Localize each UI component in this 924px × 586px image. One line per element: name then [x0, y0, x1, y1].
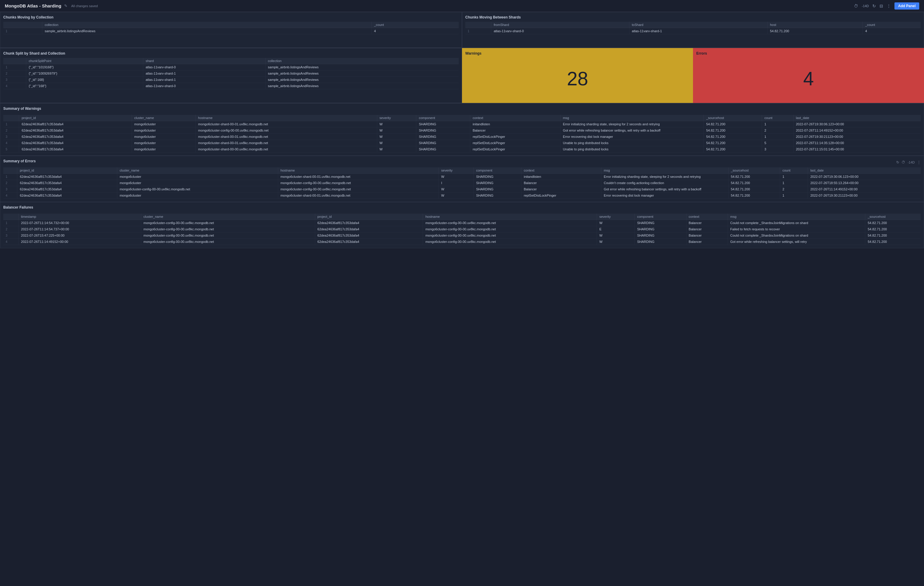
- refresh-icon[interactable]: ↻: [872, 3, 876, 8]
- cell-msg: Got error while refreshing balancer sett…: [601, 186, 728, 193]
- cell-severity: W: [377, 121, 416, 127]
- col-context: context: [521, 167, 601, 174]
- cell-count: 4: [371, 28, 459, 34]
- cell-context: replSetDistLockPinger: [521, 193, 601, 199]
- row-num: 3: [3, 232, 18, 239]
- cell-sourcehost: 54.82.71.200: [704, 121, 762, 127]
- col-count: count: [762, 115, 793, 121]
- summary-warnings-table: project_id cluster_name hostname severit…: [3, 115, 921, 153]
- cell-component: SHARDING: [416, 121, 470, 127]
- time-range[interactable]: -14D: [861, 4, 869, 8]
- col-hostname: hostname: [423, 214, 597, 220]
- col-sourcehost: _sourcehost: [704, 115, 762, 121]
- cell-cluster-name: mongo6cluster: [132, 134, 195, 140]
- col-num: [3, 115, 19, 121]
- cell-hostname: mongo6cluster-config-00-00.uv8kc.mongodb…: [423, 226, 597, 232]
- col-last-date: last_date: [793, 115, 921, 121]
- table-row: 12022-07-26T11:14:54.732+00:00mongo6clus…: [3, 220, 921, 226]
- cell-count: 1: [780, 193, 808, 199]
- col-count: _count: [371, 22, 459, 28]
- balancer-failures-header: Balancer Failures: [3, 205, 921, 212]
- cell-severity: W: [377, 146, 416, 153]
- cell-collection: sample_airbnb.listingsAndReviews: [265, 77, 459, 83]
- more-icon[interactable]: ⋮: [887, 3, 891, 8]
- table-row: 22022-07-26T11:14:54.737+00:00mongo6clus…: [3, 226, 921, 232]
- more-icon[interactable]: ⋮: [917, 160, 921, 165]
- cell-project-id: 62dea24636af817c353dafa4: [19, 140, 132, 146]
- row-num: 1: [3, 28, 42, 34]
- cell-context: replSetDistLockPinger: [470, 134, 560, 140]
- summary-errors-table-wrapper: project_id cluster_name hostname severit…: [3, 167, 921, 199]
- topbar-actions: ⏱ -14D ↻ ⊟ ⋮ Add Panel: [854, 2, 919, 10]
- table-row: 362dea24636af817c353dafa4mongo6cluster-c…: [3, 186, 921, 193]
- clock-icon[interactable]: ⏱: [854, 3, 858, 8]
- balancer-failures-table-wrapper: timestamp cluster_name project_id hostna…: [3, 214, 921, 245]
- table-row: 2{"_id":"100926979"}atlas-11varv-shard-1…: [3, 71, 459, 77]
- cell-hostname: mongo6cluster-shard-00-01.uv8kc.mongodb.…: [278, 193, 439, 199]
- cell-sourcehost: 54.82.71.200: [728, 174, 780, 180]
- cell-count: 1: [780, 180, 808, 186]
- errors-big-panel: Errors 4: [693, 48, 924, 103]
- cell-hostname: mongo6cluster-config-00-00.uv8kc.mongodb…: [423, 232, 597, 239]
- add-panel-button[interactable]: Add Panel: [894, 2, 919, 10]
- col-count: count: [780, 167, 808, 174]
- refresh-icon[interactable]: ↻: [896, 160, 899, 165]
- table-row: 462dea24636af817c353dafa4mongo6clustermo…: [3, 140, 921, 146]
- warnings-label: Warnings: [465, 51, 690, 56]
- col-component: component: [635, 214, 686, 220]
- col-msg: msg: [728, 214, 865, 220]
- col-context: context: [686, 214, 728, 220]
- col-sourcehost: _sourcehost: [728, 167, 780, 174]
- cell-msg: Error initializing sharding state, sleep…: [601, 174, 728, 180]
- col-count: _count: [863, 22, 921, 28]
- clock-icon[interactable]: ⏱: [902, 160, 905, 165]
- cell-msg: Got error while refreshing balancer sett…: [728, 239, 865, 245]
- cell-last-date: 2022-07-26T11:14:49152+00:00: [793, 127, 921, 134]
- cell-component: SHARDING: [474, 193, 521, 199]
- cell-shard: atlas-11varv-shard-1: [143, 71, 265, 77]
- cell-component: SHARDING: [635, 220, 686, 226]
- cell-shard: atlas-11varv-shard-0: [143, 64, 265, 71]
- row-num: 4: [3, 83, 26, 89]
- cell-component: SHARDING: [635, 239, 686, 245]
- filter-icon[interactable]: ⊟: [879, 3, 883, 8]
- cell-context: Balancer: [686, 239, 728, 245]
- cell-shard: atlas-11varv-shard-0: [143, 83, 265, 89]
- table-row: 462dea24636af817c353dafa4mongo6clustermo…: [3, 193, 921, 199]
- cell-severity: W: [439, 193, 474, 199]
- cell-project-id: 62dea24636af817c353dafa4: [315, 239, 423, 245]
- cell-sourcehost: 54.82.71.200: [704, 127, 762, 134]
- topbar: MongoDB Atlas - Sharding ✎ All changes s…: [0, 0, 924, 12]
- chunks-between-shards-table-wrapper: fromShard toShard host _count 1atlas-11v…: [465, 22, 921, 34]
- col-last-date: last_date: [808, 167, 921, 174]
- cell-project-id: 62dea24636af817c353dafa4: [17, 180, 117, 186]
- cell-severity: W: [597, 239, 635, 245]
- cell-project-id: 62dea24636af817c353dafa4: [19, 146, 132, 153]
- row-num: 1: [3, 174, 17, 180]
- cell-count: 1: [762, 134, 793, 140]
- table-row: 1sample_airbnb.listingsAndReviews4: [3, 28, 459, 34]
- cell-hostname: mongo6cluster-shard-00-01.uv8kc.mongodb.…: [195, 121, 377, 127]
- cell-msg: Unable to ping distributed locks: [560, 140, 703, 146]
- balancer-failures-title: Balancer Failures: [3, 205, 33, 209]
- cell-cluster-name: mongo6cluster: [132, 146, 195, 153]
- table-row: 42022-07-26T11:14:49152+00:00mongo6clust…: [3, 239, 921, 245]
- summary-errors-icons: ↻ ⏱ -14D ⋮: [896, 160, 921, 165]
- row-num: 4: [3, 239, 18, 245]
- table-row: 1atlas-11varv-shard-0atlas-11varv-shard-…: [465, 28, 921, 34]
- summary-errors-header: Summary of Errors ↻ ⏱ -14D ⋮: [3, 159, 921, 166]
- cell-count: 5: [762, 140, 793, 146]
- cell-msg: Error recovering dist lock manager: [601, 193, 728, 199]
- cell-hostname: mongo6cluster-shard-00-01.uv8kc.mongodb.…: [278, 174, 439, 180]
- cell-project-id: 62dea24636af817c353dafa4: [315, 226, 423, 232]
- errors-big-number: 4: [696, 58, 921, 100]
- edit-icon[interactable]: ✎: [64, 3, 68, 8]
- col-num: [3, 167, 17, 174]
- col-timestamp: timestamp: [18, 214, 141, 220]
- cell-cluster-name: mongo6cluster: [117, 174, 278, 180]
- warnings-big-number: 28: [465, 58, 690, 100]
- row-num: 5: [3, 146, 19, 153]
- row-num: 3: [3, 186, 17, 193]
- cell-hostname: mongo6cluster-config-00-00.uv8kc.mongodb…: [278, 186, 439, 193]
- cell-component: SHARDING: [635, 226, 686, 232]
